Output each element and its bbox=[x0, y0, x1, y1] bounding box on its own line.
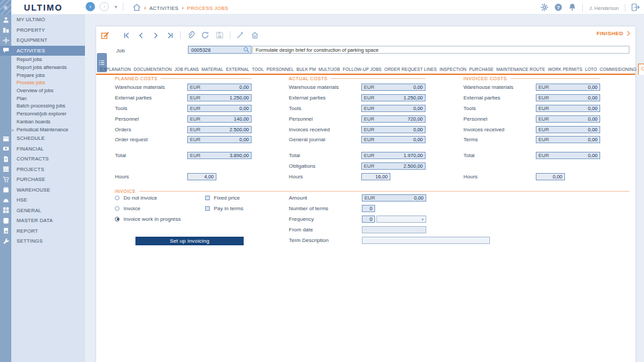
sidebar-item-activities[interactable]: ACTIVITIES bbox=[0, 46, 85, 56]
sidebar-item-report[interactable]: REPORT bbox=[0, 225, 85, 236]
tab-maintenance-route[interactable]: MAINTENANCE ROUTE bbox=[495, 65, 547, 74]
radio-do-not-invoice[interactable]: Do not invoice bbox=[115, 192, 181, 203]
from-date-input[interactable] bbox=[362, 226, 426, 233]
radio-icon[interactable] bbox=[115, 206, 120, 211]
sidebar-item-warehouse[interactable]: WAREHOUSE bbox=[0, 184, 85, 195]
frequency-number-input[interactable]: 0 bbox=[362, 215, 375, 223]
currency-input[interactable]: EUR0,00 bbox=[187, 84, 252, 91]
term-description-input[interactable] bbox=[362, 237, 490, 244]
search-icon[interactable] bbox=[243, 46, 250, 53]
hours-input[interactable]: 4,00 bbox=[187, 173, 216, 180]
currency-input[interactable]: EUR0,00 bbox=[361, 126, 426, 133]
logout-icon[interactable] bbox=[631, 2, 640, 14]
radio-icon[interactable] bbox=[115, 196, 120, 200]
currency-input[interactable]: EUR0,00 bbox=[536, 115, 600, 123]
sidebar-item-projects[interactable]: PROJECTS bbox=[0, 164, 85, 174]
currency-input[interactable]: EUR0,00 bbox=[187, 136, 252, 143]
currency-input[interactable]: EUR1.970,00 bbox=[361, 152, 426, 159]
first-record-icon[interactable] bbox=[121, 30, 131, 40]
tab-bulk-pm[interactable]: BULK PM bbox=[295, 65, 317, 74]
sidebar-subitem-plan[interactable]: Plan bbox=[0, 94, 85, 102]
frequency-dropdown[interactable]: ▾ bbox=[376, 215, 426, 223]
home-icon[interactable] bbox=[133, 2, 141, 14]
sidebar-subitem-prepare-jobs[interactable]: Prepare jobs bbox=[0, 71, 85, 79]
sidebar-item-settings[interactable]: SETTINGS bbox=[0, 236, 85, 247]
sidebar-item-general[interactable]: GENERAL bbox=[0, 205, 85, 215]
hamburger-menu-icon[interactable]: ≡ bbox=[0, 0, 11, 15]
hours-input[interactable]: 0,00 bbox=[536, 173, 565, 180]
tab-explanation[interactable]: EXPLANATION bbox=[99, 65, 132, 74]
tab-loto[interactable]: LOTO bbox=[584, 65, 598, 74]
sidebar-item-my-ultimo[interactable]: MY ULTIMO bbox=[0, 15, 85, 25]
sidebar-subitem-periodical-maintenance[interactable]: ▸ Periodical Maintenance bbox=[0, 125, 85, 133]
edit-icon[interactable] bbox=[100, 30, 110, 40]
currency-input[interactable]: EUR0,00 bbox=[536, 152, 600, 159]
currency-input[interactable]: EUR0,00 bbox=[361, 105, 426, 112]
sidebar-item-equipment[interactable]: EQUIPMENT bbox=[0, 35, 85, 46]
amount-input[interactable]: EUR0,00 bbox=[362, 194, 426, 202]
currency-input[interactable]: EUR2.500,00 bbox=[187, 126, 252, 133]
currency-input[interactable]: EUR2.500,00 bbox=[361, 162, 426, 170]
tab-job-plans[interactable]: JOB PLANS bbox=[173, 65, 201, 74]
tab-inspection[interactable]: INSPECTION bbox=[438, 65, 468, 74]
sidebar-subitem-report-jobs[interactable]: Report jobs bbox=[0, 56, 85, 64]
sidebar-subitem-overview-of-jobs[interactable]: Overview of jobs bbox=[0, 87, 85, 95]
sidebar-item-purchase[interactable]: PURCHASE bbox=[0, 174, 85, 185]
currency-input[interactable]: EUR0,00 bbox=[361, 84, 426, 91]
wizard-wand-icon[interactable] bbox=[236, 30, 245, 40]
job-code-input[interactable]: 0005328 bbox=[188, 46, 252, 54]
currency-input[interactable]: EUR0,00 bbox=[536, 94, 600, 101]
currency-input[interactable]: EUR0,00 bbox=[536, 136, 600, 143]
currency-input[interactable]: EUR0,00 bbox=[361, 136, 426, 143]
tab-purchase[interactable]: PURCHASE bbox=[468, 65, 495, 74]
currency-input[interactable]: EUR0,00 bbox=[536, 105, 600, 112]
last-record-icon[interactable] bbox=[165, 30, 175, 40]
tab-documentation[interactable]: DOCUMENTATION bbox=[132, 65, 173, 74]
forward-icon[interactable]: › bbox=[100, 2, 109, 11]
history-dropdown-caret-icon[interactable]: ▼ bbox=[114, 5, 118, 9]
previous-record-icon[interactable] bbox=[136, 30, 145, 40]
sidebar-subitem-process-jobs[interactable]: Process jobs bbox=[0, 79, 85, 87]
settings-gear-icon[interactable] bbox=[540, 2, 548, 14]
tab-external[interactable]: EXTERNAL bbox=[224, 65, 250, 74]
status-badge[interactable]: FINISHED bbox=[596, 30, 631, 36]
notifications-bell-icon[interactable] bbox=[568, 2, 576, 14]
currency-input[interactable]: EUR3.890,00 bbox=[187, 152, 252, 159]
currency-input[interactable]: EUR1.250,00 bbox=[187, 94, 252, 101]
number-of-terms-input[interactable]: 0 bbox=[362, 205, 375, 212]
sidebar-item-contracts[interactable]: CONTRACTS bbox=[0, 154, 85, 164]
save-icon[interactable] bbox=[215, 30, 224, 40]
currency-input[interactable]: EUR0,00 bbox=[536, 84, 600, 91]
attachment-icon[interactable] bbox=[186, 30, 195, 40]
currency-input[interactable]: EUR0,00 bbox=[187, 105, 252, 112]
tab-material[interactable]: MATERIAL bbox=[201, 65, 225, 74]
checkbox-fixed-price[interactable]: Fixed price bbox=[205, 192, 243, 203]
sidebar-subitem-batch-processing-jobs[interactable]: Batch processing jobs bbox=[0, 102, 85, 110]
help-icon[interactable]: ? bbox=[554, 2, 562, 14]
tab-tool[interactable]: TOOL bbox=[251, 65, 266, 74]
currency-input[interactable]: EUR720,00 bbox=[361, 115, 426, 123]
user-name[interactable]: J. Henderson bbox=[589, 5, 619, 11]
sidebar-subitem-kanban-boards[interactable]: Kanban boards bbox=[0, 118, 85, 126]
currency-input[interactable]: EUR0,00 bbox=[536, 126, 600, 133]
checkbox-icon[interactable] bbox=[205, 196, 210, 200]
job-description-input[interactable]: Formulate design brief for construction … bbox=[252, 46, 629, 54]
tab-multijob[interactable]: MULTIJOB bbox=[317, 65, 341, 74]
radio-invoice-work-in-progress[interactable]: Invoice work in progress bbox=[115, 213, 181, 224]
tab-follow-up-jobs[interactable]: FOLLOW-UP JOBS bbox=[341, 65, 383, 74]
refresh-icon[interactable] bbox=[201, 30, 210, 40]
tab-work-permits[interactable]: WORK PERMITS bbox=[546, 65, 584, 74]
radio-selected-icon[interactable] bbox=[115, 217, 120, 221]
checkbox-icon[interactable] bbox=[205, 206, 210, 211]
next-record-icon[interactable] bbox=[151, 30, 160, 40]
publish-home-icon[interactable] bbox=[250, 30, 260, 40]
tab-order-request-lines[interactable]: ORDER REQUEST LINES bbox=[383, 65, 438, 74]
radio-invoice[interactable]: Invoice bbox=[115, 203, 181, 213]
currency-input[interactable]: EUR1.250,00 bbox=[361, 94, 426, 101]
sidebar-subitem-report-jobs-afterwards[interactable]: Report jobs afterwards bbox=[0, 64, 85, 72]
set-up-invoicing-button[interactable]: Set up invoicing bbox=[135, 237, 244, 245]
sidebar-item-property[interactable]: PROPERTY bbox=[0, 25, 85, 36]
sidebar-subitem-personnel-job-explorer[interactable]: Personnel/job explorer bbox=[0, 110, 85, 118]
sidebar-item-master-data[interactable]: MASTER DATA bbox=[0, 215, 85, 226]
back-icon[interactable]: ‹ bbox=[86, 2, 95, 11]
